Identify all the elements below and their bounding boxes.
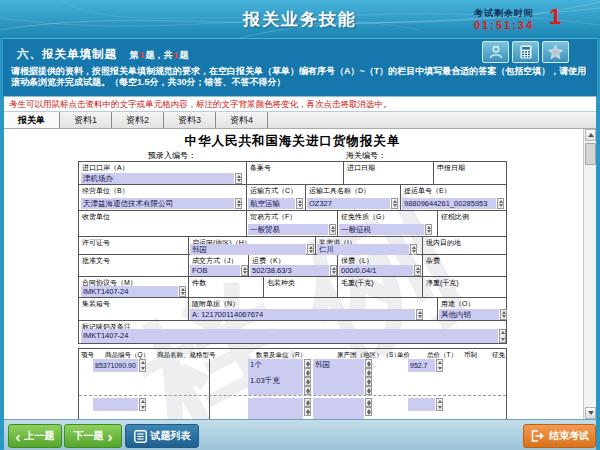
spinner-goods-qty-2[interactable] — [304, 398, 311, 416]
spinner[interactable] — [304, 377, 311, 386]
input-port-of-entry[interactable]: 津机场办 — [81, 173, 234, 184]
input-deal-mode[interactable]: FOB — [190, 265, 240, 276]
scrollbar-thumb[interactable] — [585, 143, 596, 165]
input-vehicle-name[interactable]: OZ327 — [307, 198, 390, 209]
user-icon — [488, 44, 504, 60]
spinner[interactable] — [304, 368, 311, 377]
input-goods-origin-2[interactable] — [313, 398, 364, 419]
spinner[interactable] — [365, 398, 372, 407]
input-transport-mode[interactable]: 航空运输 — [248, 198, 295, 209]
input-goods-qty-2[interactable] — [248, 398, 303, 419]
field-label: 许可证号 — [82, 238, 110, 248]
spinner-usage[interactable] — [500, 309, 507, 320]
goods-table: 项号 商品编号（Q） 商品名称、规格型号 数量及单位（R） 原产国（地区）（S）… — [78, 348, 507, 419]
input-bill-no[interactable]: 98809644261_00285953 — [402, 198, 496, 209]
spinner-up-icon — [501, 331, 505, 334]
calculator-button[interactable] — [512, 41, 539, 63]
end-exam-label: 结束考试 — [549, 429, 589, 443]
spinner-up-icon — [298, 200, 302, 203]
vertical-scrollbar[interactable] — [583, 129, 596, 419]
spinner-goods-total[interactable] — [436, 359, 443, 372]
spinner-vehicle-name[interactable] — [391, 198, 398, 209]
spinner[interactable] — [304, 407, 311, 416]
spinner[interactable] — [365, 407, 372, 416]
spinner-freight[interactable] — [330, 265, 337, 276]
field-label: 包装种类 — [267, 278, 295, 288]
spinner-up-icon — [393, 200, 397, 203]
input-goods-code[interactable]: 85371090.90 — [93, 359, 138, 372]
spinner[interactable] — [365, 386, 372, 395]
spinner-levy-nature[interactable] — [425, 224, 432, 235]
spinner-goods-code-2[interactable] — [139, 398, 146, 411]
spinner[interactable] — [365, 377, 372, 386]
input-trade-mode[interactable]: 一般贸易 — [248, 224, 328, 235]
input-marks-notes[interactable]: IMKT1407-24 — [81, 329, 498, 343]
spinner-port-of-entry[interactable] — [235, 173, 242, 184]
input-levy-nature[interactable]: 一般征税 — [339, 224, 424, 235]
spinner-down-icon — [499, 204, 503, 207]
tab-material-3[interactable]: 资料3 — [164, 112, 216, 128]
spinner-goods-total-2[interactable] — [436, 398, 443, 411]
spinner-goods-origin-2[interactable] — [365, 398, 372, 416]
spinner-departure-country[interactable] — [307, 244, 314, 255]
spinner-up-icon — [237, 200, 241, 203]
spinner[interactable] — [365, 368, 372, 377]
spinner-insurance[interactable] — [414, 265, 421, 276]
input-attached-docs[interactable]: A: 121700114067674 — [190, 309, 415, 320]
input-departure-country[interactable]: 韩国 — [190, 244, 306, 255]
tab-material-4[interactable]: 资料4 — [216, 112, 268, 128]
scroll-down-button[interactable] — [585, 407, 596, 419]
spinner-down-icon — [416, 271, 420, 274]
tab-material-1[interactable]: 资料1 — [60, 112, 112, 128]
input-operator[interactable]: 天津益海通信技术有限公司 — [81, 198, 234, 209]
user-button[interactable] — [482, 41, 509, 63]
input-loading-port[interactable]: 仁川 — [317, 244, 409, 255]
spinner[interactable] — [365, 359, 372, 368]
question-number-badge: 1 — [549, 4, 561, 30]
spinner-bill-no[interactable] — [497, 198, 504, 209]
input-freight[interactable]: 502/38.63/3 — [250, 265, 329, 276]
field-label: 申报日期 — [437, 163, 465, 173]
chevron-right-icon: › — [108, 429, 113, 444]
spinner-trade-mode[interactable] — [329, 224, 336, 235]
input-goods-code-2[interactable] — [93, 398, 138, 411]
input-insurance[interactable]: 000/0.04/1 — [339, 265, 413, 276]
tab-material-2[interactable]: 资料2 — [112, 112, 164, 128]
end-exam-button[interactable]: 结束考试 — [523, 424, 596, 448]
question-progress: 第1题，共1题 — [129, 50, 188, 60]
prev-question-button[interactable]: ‹上一题 — [8, 424, 62, 448]
next-question-button[interactable]: 下一题› — [64, 424, 122, 448]
section-title: 六、报关单填制题 — [17, 48, 117, 60]
input-contract-no[interactable]: IMKT1407-24 — [81, 286, 178, 297]
spinner-attached-docs[interactable] — [416, 309, 423, 320]
spinner[interactable] — [304, 386, 311, 395]
spinner-goods-qty[interactable] — [304, 359, 311, 395]
scroll-up-button[interactable] — [585, 129, 596, 141]
spinner-deal-mode[interactable] — [241, 265, 248, 276]
spinner-up-icon — [237, 175, 241, 178]
input-goods-origin[interactable]: 韩国 — [313, 359, 364, 395]
input-goods-total[interactable]: 952.7 — [408, 359, 435, 372]
spinner-down-icon — [393, 204, 397, 207]
input-usage[interactable]: 其他内销 — [439, 309, 499, 320]
spinner-operator[interactable] — [235, 198, 242, 209]
progress-text: 题，共 — [145, 50, 172, 60]
spinner-goods-code[interactable] — [139, 359, 146, 372]
spinner-down-icon — [502, 315, 506, 318]
spinner-loading-port[interactable] — [410, 244, 417, 255]
input-goods-total-2[interactable] — [408, 398, 435, 411]
question-list-label: 试题列表 — [151, 429, 191, 443]
question-list-button[interactable]: 试题列表 — [125, 424, 199, 448]
spinner-contract-no[interactable] — [179, 286, 186, 297]
field-record-no: 备案号 — [246, 162, 343, 184]
spinner[interactable] — [304, 398, 311, 407]
spinner-marks-notes[interactable] — [499, 329, 506, 343]
goods-column-divider — [209, 359, 210, 419]
favorite-button[interactable] — [542, 41, 569, 63]
tab-declaration-form[interactable]: 报关单 — [4, 112, 60, 128]
spinner-goods-origin[interactable] — [365, 359, 372, 395]
spinner[interactable] — [304, 359, 311, 368]
spinner-transport-mode[interactable] — [296, 198, 303, 209]
spinner-up-icon — [181, 288, 185, 291]
input-goods-qty[interactable]: 1个 1.03千克 — [248, 359, 303, 395]
